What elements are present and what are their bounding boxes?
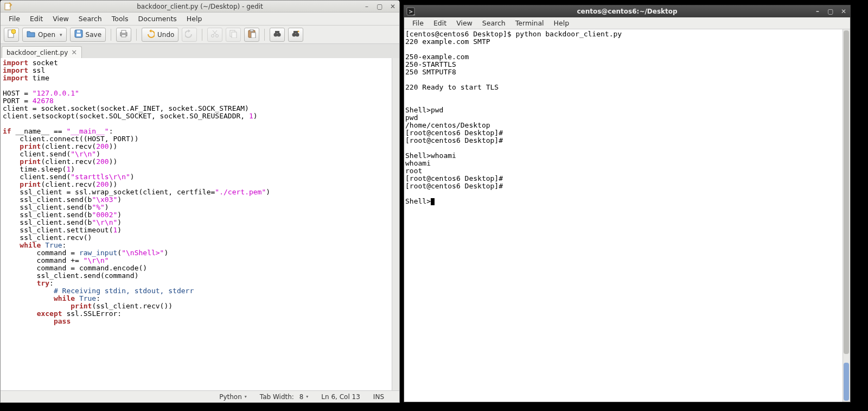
replace-button[interactable] (288, 28, 303, 42)
menu-edit[interactable]: Edit (25, 14, 48, 24)
chevron-down-icon: ▾ (60, 32, 62, 37)
svg-text:>_: >_ (409, 9, 415, 15)
code-content: import socket import ssl import time HOS… (1, 58, 399, 326)
maximize-button[interactable]: ▢ (826, 7, 835, 16)
menu-edit[interactable]: Edit (429, 18, 451, 28)
scrollbar-thumb[interactable] (844, 30, 849, 354)
find-replace-icon (291, 29, 300, 40)
undo-button[interactable]: Undo (142, 28, 178, 42)
find-button[interactable] (270, 28, 285, 42)
minimize-button[interactable]: – (813, 7, 822, 16)
status-tabwidth[interactable]: Tab Width: 8 (260, 393, 309, 401)
toolbar-separator (264, 29, 265, 41)
toolbar-separator (136, 29, 137, 41)
maximize-button[interactable]: ▢ (375, 2, 384, 11)
status-cursor-position: Ln 6, Col 13 (321, 393, 360, 401)
menu-documents[interactable]: Documents (133, 14, 182, 24)
close-button[interactable]: ✕ (388, 2, 397, 11)
svg-point-17 (277, 33, 281, 37)
svg-rect-5 (77, 30, 80, 33)
menu-search[interactable]: Search (74, 14, 107, 24)
save-button-label: Save (86, 31, 101, 39)
gedit-tabstrip: backdoor_client.py ✕ (1, 44, 399, 58)
copy-icon (229, 29, 238, 40)
undo-button-label: Undo (157, 31, 174, 39)
svg-rect-4 (76, 34, 81, 36)
paste-button[interactable] (244, 28, 259, 42)
svg-point-20 (296, 33, 299, 37)
terminal-app-icon: >_ (406, 7, 415, 17)
editor-viewport[interactable]: import socket import ssl import time HOS… (1, 58, 399, 390)
redo-icon (185, 29, 194, 40)
svg-point-9 (212, 35, 214, 37)
new-file-button[interactable] (4, 28, 19, 42)
close-button[interactable]: ✕ (839, 7, 848, 16)
svg-point-10 (216, 35, 219, 37)
open-button[interactable]: Open ▾ (22, 28, 67, 42)
terminal-cursor (431, 198, 435, 205)
svg-point-16 (274, 33, 278, 37)
gedit-window: backdoor_client.py (~/Desktop) - gedit –… (0, 0, 400, 403)
menu-terminal[interactable]: Terminal (510, 18, 549, 28)
document-tab-label: backdoor_client.py (7, 49, 68, 56)
scrollbar-thumb-overflow[interactable] (844, 363, 849, 401)
menu-view[interactable]: View (48, 14, 74, 24)
clipboard-icon (247, 29, 256, 40)
scissors-icon (210, 29, 219, 40)
cut-button[interactable] (207, 28, 222, 42)
menu-tools[interactable]: Tools (107, 14, 133, 24)
menu-file[interactable]: File (4, 14, 25, 24)
binoculars-icon (273, 29, 282, 40)
status-insert-mode: INS (373, 393, 384, 401)
minimize-button[interactable]: – (362, 2, 371, 11)
gedit-statusbar: Python Tab Width: 8 Ln 6, Col 13 INS (1, 390, 399, 402)
undo-icon (146, 29, 155, 40)
svg-rect-21 (293, 31, 298, 33)
status-language[interactable]: Python (219, 393, 247, 401)
terminal-titlebar[interactable]: >_ centos@centos6:~/Desktop – ▢ ✕ (404, 5, 850, 17)
terminal-menubar: File Edit View Search Terminal Help (404, 17, 850, 29)
save-button[interactable]: Save (70, 28, 106, 42)
menu-help[interactable]: Help (182, 14, 207, 24)
svg-rect-14 (250, 29, 253, 31)
gedit-menubar: File Edit View Search Tools Documents He… (1, 12, 399, 26)
toolbar-separator (111, 29, 111, 41)
print-button[interactable] (116, 28, 131, 42)
gedit-app-icon (4, 2, 12, 11)
svg-rect-8 (122, 35, 126, 37)
menu-view[interactable]: View (451, 18, 477, 28)
folder-open-icon (27, 29, 35, 40)
editor-scrollbar[interactable] (392, 58, 399, 390)
printer-icon (119, 29, 128, 40)
terminal-viewport[interactable]: [centos@centos6 Desktop]$ python backdoo… (404, 29, 850, 402)
gedit-toolbar: Open ▾ Save Undo (1, 26, 399, 44)
terminal-output: [centos@centos6 Desktop]$ python backdoo… (404, 29, 850, 206)
redo-button[interactable] (182, 28, 197, 42)
save-icon (74, 29, 83, 40)
open-button-label: Open (38, 31, 55, 39)
copy-button[interactable] (226, 28, 241, 42)
svg-rect-12 (232, 32, 237, 38)
terminal-window: >_ centos@centos6:~/Desktop – ▢ ✕ File E… (404, 5, 851, 402)
document-tab[interactable]: backdoor_client.py ✕ (2, 46, 82, 58)
svg-rect-0 (5, 3, 10, 10)
gedit-titlebar[interactable]: backdoor_client.py (~/Desktop) - gedit –… (1, 1, 399, 12)
menu-file[interactable]: File (407, 18, 429, 28)
terminal-title-text: centos@centos6:~/Desktop (577, 8, 677, 15)
terminal-scrollbar[interactable] (843, 29, 850, 402)
toolbar-separator (202, 29, 202, 41)
svg-rect-18 (275, 31, 279, 33)
tab-close-icon[interactable]: ✕ (71, 48, 77, 56)
menu-help[interactable]: Help (549, 18, 575, 28)
svg-rect-7 (122, 30, 126, 33)
menu-search[interactable]: Search (477, 18, 510, 28)
svg-point-2 (11, 29, 16, 34)
gedit-title-text: backdoor_client.py (~/Desktop) - gedit (137, 3, 263, 10)
new-file-icon (7, 29, 16, 40)
svg-point-19 (292, 33, 296, 37)
svg-rect-15 (251, 33, 256, 38)
